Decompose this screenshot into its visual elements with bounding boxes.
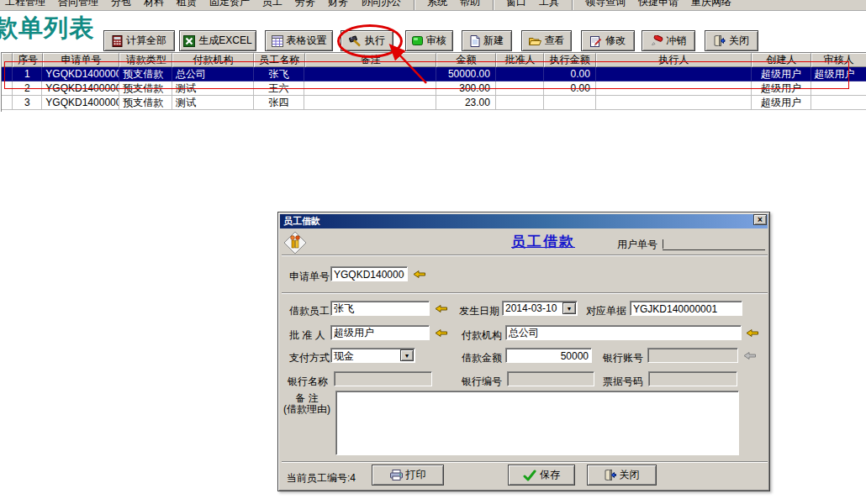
col-header-auditor[interactable]: 审核人 — [811, 53, 866, 67]
bank-account-input — [647, 348, 738, 363]
bill-no-input — [648, 371, 737, 386]
cell — [2, 67, 13, 81]
remark-textarea[interactable] — [335, 391, 739, 455]
bank-no-label: 银行编号 — [462, 375, 502, 389]
menu-item[interactable]: 领导查询 — [585, 0, 626, 8]
col-header-apply-no[interactable]: 申请单号 — [43, 53, 120, 67]
menu-item[interactable]: 分包 — [111, 0, 131, 8]
ref-doc-label: 对应单据 — [586, 304, 626, 318]
apply-no-input[interactable] — [330, 266, 408, 281]
save-button[interactable]: 保存 — [508, 465, 575, 486]
remark-label: 备 注 (借款理由) — [281, 393, 333, 415]
menu-item[interactable]: 系统 — [427, 0, 447, 8]
menu-item[interactable]: 员工 — [262, 0, 283, 8]
table-row-3[interactable]: 3 YGQKD140000001 预支借款 测试 张四 23.00 超级用户 — [2, 96, 866, 110]
menu-item[interactable]: 帮助 — [460, 0, 480, 8]
cell-employee: 王六 — [254, 81, 305, 96]
cell-employee: 张飞 — [254, 67, 305, 81]
menu-item[interactable]: 工程管理 — [5, 0, 45, 8]
writeoff-label: 冲销 — [667, 34, 687, 48]
table-row-1[interactable]: 1 YGQKD140000003 预支借款 总公司 张飞 50000.00 0.… — [2, 67, 866, 81]
menu-item[interactable]: 财务 — [328, 0, 348, 8]
menu-item[interactable]: 劳务 — [295, 0, 315, 8]
open-folder-icon — [529, 36, 541, 46]
date-combobox[interactable]: 2014-03-10 ▼ — [502, 301, 578, 316]
table-row-2[interactable]: 2 YGQKD140000002 预支借款 测试 王六 300.00 0.00 … — [2, 81, 866, 96]
cell-type: 预支借款 — [119, 67, 172, 81]
divider — [282, 292, 768, 294]
cell-auditor: 超级用户 — [811, 67, 866, 81]
bank-name-input — [334, 371, 432, 386]
lookup-hand-icon[interactable] — [435, 328, 448, 339]
user-no-input[interactable] — [663, 235, 765, 250]
menu-item[interactable]: 工具 — [539, 0, 559, 8]
col-header-approver[interactable]: 批准人 — [496, 53, 544, 67]
dialog-close-button[interactable]: 关闭 — [587, 465, 657, 486]
writeoff-button[interactable]: 冲销 — [642, 30, 695, 51]
cell-type: 预支借款 — [119, 81, 172, 96]
bank-no-input — [507, 371, 594, 386]
execute-button[interactable]: 执行 — [341, 30, 393, 51]
menu-bar: 工程管理 合同管理 分包 材料 租赁 固定资产 员工 劳务 财务 协同办公 系统… — [0, 0, 866, 11]
menu-item[interactable]: 重庆网络 — [691, 0, 731, 8]
dropdown-arrow-icon[interactable]: ▼ — [400, 349, 414, 361]
audit-button[interactable]: 审核 — [405, 30, 453, 51]
ref-doc-input[interactable] — [630, 301, 742, 316]
menu-item[interactable]: 快捷申请 — [638, 0, 679, 8]
col-header-creator[interactable]: 创建人 — [752, 53, 811, 67]
generate-excel-button[interactable]: 生成EXCEL — [179, 30, 256, 51]
printer-icon — [390, 470, 403, 480]
close-list-button[interactable]: 关闭 — [705, 30, 758, 51]
col-header-marker[interactable] — [2, 53, 13, 67]
menu-item[interactable]: 固定资产 — [209, 0, 250, 8]
amount-input[interactable] — [505, 348, 592, 363]
cell-remark — [304, 96, 436, 110]
menu-item[interactable]: 协同办公 — [361, 0, 401, 8]
generate-excel-label: 生成EXCEL — [198, 34, 251, 48]
col-header-employee[interactable]: 员工名称 — [254, 53, 305, 67]
lookup-hand-icon[interactable] — [746, 328, 759, 339]
employee-no-label: 当前员工编号:4 — [287, 471, 356, 486]
cell-apply-no: YGQKD140000003 — [42, 67, 119, 81]
new-button[interactable]: 新建 — [462, 30, 512, 51]
print-button[interactable]: 打印 — [372, 465, 444, 486]
calc-all-label: 计算全部 — [126, 34, 166, 48]
grid-setup-button[interactable]: 表格设置 — [265, 30, 333, 51]
menu-item[interactable]: 合同管理 — [58, 0, 98, 8]
cell-exec-amount: 0.00 — [544, 67, 596, 81]
col-header-amount[interactable]: 金额 — [436, 53, 496, 67]
bill-no-label: 票据号码 — [603, 375, 643, 389]
cell-exec-amount — [544, 96, 596, 110]
col-header-remark[interactable]: 备注 — [305, 53, 436, 67]
col-header-seq[interactable]: 序号 — [13, 53, 42, 67]
cell-pay-org: 测试 — [172, 81, 254, 96]
cell-seq: 1 — [13, 67, 42, 81]
calc-all-button[interactable]: 计算全部 — [103, 30, 175, 51]
modify-button[interactable]: 修改 — [581, 30, 635, 51]
menu-item[interactable]: 租赁 — [177, 0, 197, 8]
col-header-executor[interactable]: 执行人 — [596, 53, 752, 67]
dialog-heading: 员工借款 — [488, 232, 598, 251]
lookup-hand-icon[interactable] — [413, 269, 426, 280]
pay-org-input[interactable] — [505, 325, 742, 340]
col-header-pay-org[interactable]: 付款机构 — [172, 53, 254, 67]
approver-label: 批 准 人 — [289, 328, 325, 343]
borrower-input[interactable] — [330, 301, 430, 316]
view-button[interactable]: 查看 — [521, 30, 572, 51]
pay-method-value: 现金 — [334, 350, 354, 362]
lookup-hand-icon[interactable] — [435, 303, 448, 314]
menu-item[interactable]: 材料 — [144, 0, 164, 8]
dropdown-arrow-icon[interactable]: ▼ — [562, 302, 576, 314]
approver-input[interactable] — [330, 325, 430, 340]
cell-apply-no: YGQKD140000001 — [42, 96, 119, 110]
pay-method-combobox[interactable]: 现金 ▼ — [330, 348, 415, 363]
excel-icon — [183, 35, 195, 47]
menu-item[interactable]: 窗口 — [506, 0, 526, 8]
dialog-titlebar[interactable]: 员工借款 — [280, 214, 768, 228]
col-header-type[interactable]: 请款类型 — [119, 53, 172, 67]
calculator-icon — [112, 35, 123, 47]
bank-account-label: 银行账号 — [603, 351, 643, 365]
col-header-exec-amount[interactable]: 执行金额 — [544, 53, 596, 67]
dialog-close-x-button[interactable]: × — [753, 214, 767, 225]
employee-loan-dialog: 员工借款 × 员工借款 用户单号 申请单号 借款员工 发生日期 2014-03-… — [277, 212, 770, 491]
